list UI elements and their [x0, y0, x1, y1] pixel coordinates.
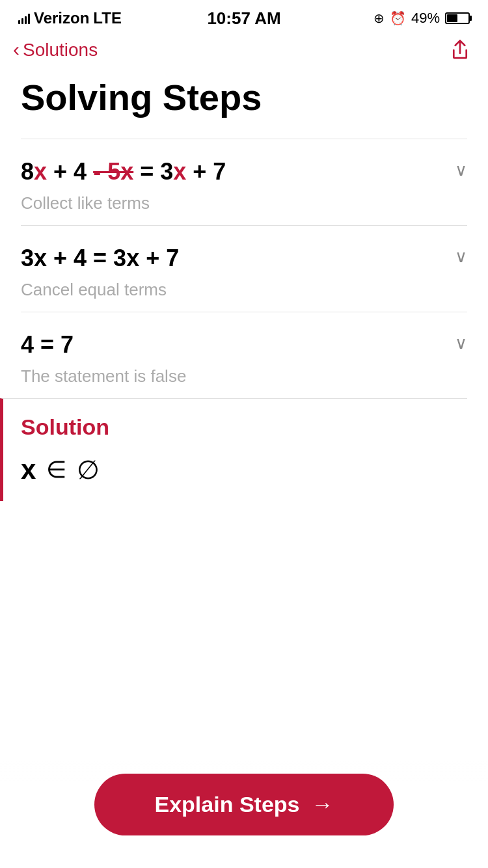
- solution-label: Solution: [21, 414, 467, 440]
- eq1-plus4: + 4: [47, 158, 87, 185]
- eq1-minus5x: - 5x: [93, 158, 133, 185]
- step-2-equation: 3x + 4 = 3x + 7: [21, 244, 179, 272]
- step-3: 4 = 7 ∨ The statement is false: [21, 312, 467, 398]
- back-button[interactable]: ‹ Solutions: [13, 40, 98, 61]
- chevron-left-icon: ‹: [13, 38, 20, 61]
- carrier-name: Verizon: [34, 9, 89, 27]
- main-content: Solving Steps 8x + 4 - 5x = 3x + 7 ∨ Col…: [0, 71, 488, 592]
- signal-icon: [18, 12, 30, 24]
- eq1-x1: x: [34, 158, 47, 185]
- eq1-plus7: + 7: [186, 158, 226, 185]
- share-icon: [450, 39, 470, 61]
- step-2-expand-icon[interactable]: ∨: [455, 247, 467, 267]
- location-icon: ⊕: [373, 10, 385, 26]
- carrier-info: Verizon LTE: [18, 9, 122, 27]
- explain-steps-label: Explain Steps: [155, 792, 300, 817]
- eq1-8: 8: [21, 158, 34, 185]
- step-3-header: 4 = 7 ∨: [21, 331, 467, 359]
- empty-set-symbol: ∅: [77, 455, 100, 485]
- network-type: LTE: [93, 9, 122, 27]
- arrow-right-icon: →: [311, 792, 333, 817]
- solution-variable: x: [21, 454, 36, 485]
- battery-percentage: 49%: [411, 10, 440, 27]
- step-3-expand-icon[interactable]: ∨: [455, 333, 467, 353]
- member-of-symbol: ∈: [46, 456, 66, 483]
- step-2-description: Cancel equal terms: [21, 280, 467, 300]
- step-1-description: Collect like terms: [21, 193, 467, 213]
- step-2-header: 3x + 4 = 3x + 7 ∨: [21, 244, 467, 272]
- solution-value: x ∈ ∅: [21, 454, 467, 485]
- step-2: 3x + 4 = 3x + 7 ∨ Cancel equal terms: [21, 225, 467, 312]
- eq1-x2: x: [173, 158, 186, 185]
- step-1-expand-icon[interactable]: ∨: [455, 160, 467, 180]
- page-title: Solving Steps: [21, 77, 467, 118]
- step-1-header: 8x + 4 - 5x = 3x + 7 ∨: [21, 157, 467, 185]
- eq1-3: 3: [160, 158, 173, 185]
- alarm-icon: ⏰: [390, 10, 406, 26]
- explain-steps-button[interactable]: Explain Steps →: [94, 774, 394, 835]
- share-button[interactable]: [450, 39, 470, 61]
- step-3-description: The statement is false: [21, 366, 467, 387]
- step-1: 8x + 4 - 5x = 3x + 7 ∨ Collect like term…: [21, 139, 467, 225]
- status-time: 10:57 AM: [207, 8, 280, 29]
- solution-section: Solution x ∈ ∅: [0, 398, 467, 501]
- bottom-cta-container: Explain Steps →: [0, 761, 488, 868]
- battery-indicator: [445, 12, 470, 24]
- status-right: ⊕ ⏰ 49%: [373, 10, 470, 27]
- status-bar: Verizon LTE 10:57 AM ⊕ ⏰ 49%: [0, 0, 488, 33]
- back-label: Solutions: [23, 40, 98, 61]
- step-3-equation: 4 = 7: [21, 331, 74, 359]
- nav-bar: ‹ Solutions: [0, 33, 488, 71]
- step-1-equation: 8x + 4 - 5x = 3x + 7: [21, 157, 226, 185]
